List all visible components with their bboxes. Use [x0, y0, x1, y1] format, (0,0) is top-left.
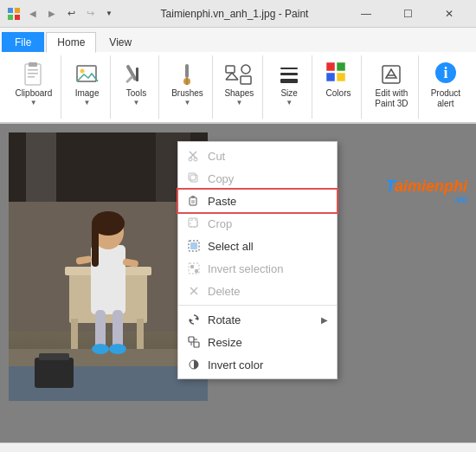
redo-icon[interactable]: ↪: [83, 7, 97, 21]
svg-rect-67: [191, 196, 195, 198]
status-bar: [0, 442, 476, 452]
ribbon-group-clipboard: Clipboard ▼: [7, 55, 61, 119]
edit3d-button[interactable]: Edit with Paint 3D: [370, 59, 413, 111]
image-button[interactable]: Image ▼: [70, 59, 105, 108]
svg-rect-49: [39, 353, 69, 360]
copy-label: Copy: [208, 172, 328, 185]
brushes-arrow: ▼: [184, 99, 191, 107]
svg-rect-53: [92, 223, 99, 267]
svg-rect-0: [8, 8, 13, 13]
context-menu-cut[interactable]: Cut: [178, 145, 337, 167]
svg-rect-28: [326, 73, 335, 81]
down-arrow-icon[interactable]: ▼: [102, 7, 116, 21]
context-menu-invert-selection[interactable]: Invert selection: [178, 257, 337, 280]
delete-label: Delete: [208, 285, 328, 298]
window-title: Taimienphi.vn_anh_1.jpg - Paint: [123, 8, 346, 20]
image-label: Image: [75, 88, 100, 99]
context-menu-resize[interactable]: Resize: [178, 331, 337, 353]
undo-icon[interactable]: ↩: [64, 7, 78, 21]
tab-view[interactable]: View: [98, 32, 143, 52]
clipboard-arrow: ▼: [30, 99, 37, 107]
cut-label: Cut: [208, 150, 328, 163]
maximize-button[interactable]: ☐: [388, 0, 428, 28]
svg-rect-23: [280, 68, 298, 69]
clipboard-button[interactable]: Clipboard ▼: [11, 59, 55, 108]
svg-rect-27: [337, 62, 345, 71]
context-menu-crop[interactable]: Crop: [178, 212, 337, 235]
context-menu-paste[interactable]: Paste: [178, 190, 337, 212]
svg-rect-3: [15, 15, 20, 20]
title-bar-quick-access[interactable]: ◀ ▶ ↩ ↪ ▼: [7, 7, 116, 21]
image-icon: [74, 61, 101, 88]
svg-line-19: [226, 73, 232, 80]
context-menu: Cut Copy Paste: [177, 141, 338, 379]
image-arrow: ▼: [84, 99, 91, 107]
cut-icon: [187, 149, 201, 163]
forward-icon[interactable]: ▶: [45, 7, 59, 21]
rotate-icon: [187, 313, 201, 326]
ribbon-tab-list: File Home View: [0, 28, 476, 52]
resize-label: Resize: [208, 336, 328, 349]
colors-button[interactable]: Colors: [321, 59, 356, 100]
context-menu-rotate[interactable]: Rotate ▶: [178, 308, 337, 331]
svg-rect-54: [95, 310, 106, 349]
back-icon[interactable]: ◀: [26, 7, 40, 21]
watermark-suffix: .vn: [386, 194, 467, 204]
shapes-button[interactable]: Shapes ▼: [221, 59, 257, 108]
context-menu-delete[interactable]: Delete: [178, 280, 337, 302]
alert-button[interactable]: i Product alert: [428, 59, 464, 111]
copy-icon: [187, 171, 201, 185]
svg-rect-8: [28, 76, 35, 78]
context-menu-copy[interactable]: Copy: [178, 167, 337, 190]
colors-icon: [325, 61, 352, 88]
svg-rect-25: [280, 79, 298, 83]
tools-button[interactable]: Tools ▼: [119, 59, 153, 108]
invert-color-icon: [187, 358, 201, 371]
context-menu-invert-color[interactable]: Invert color: [178, 353, 337, 376]
resize-icon: [187, 335, 201, 349]
ribbon-group-brushes: Brushes ▼: [163, 55, 212, 119]
close-button[interactable]: ✕: [429, 0, 469, 28]
invert-color-label: Invert color: [208, 358, 328, 371]
ribbon-group-image: Image ▼: [65, 55, 111, 119]
invert-selection-icon: [187, 262, 201, 275]
svg-rect-12: [136, 68, 138, 81]
invert-selection-label: Invert selection: [208, 262, 328, 275]
ribbon-group-size: Size ▼: [267, 55, 312, 119]
ribbon-group-alert: i Product alert: [422, 55, 469, 119]
ribbon-group-shapes: Shapes ▼: [216, 55, 264, 119]
svg-text:i: i: [443, 64, 447, 81]
tools-label: Tools: [126, 88, 146, 99]
svg-rect-71: [190, 220, 197, 227]
clipboard-icon: [20, 61, 48, 88]
svg-rect-7: [28, 73, 38, 74]
paste-icon: [187, 194, 201, 208]
window-controls[interactable]: — ☐ ✕: [346, 0, 469, 28]
svg-rect-75: [190, 265, 194, 268]
minimize-button[interactable]: —: [346, 0, 386, 28]
tools-icon: [122, 61, 150, 88]
svg-rect-17: [226, 66, 235, 73]
size-button[interactable]: Size ▼: [272, 59, 306, 108]
paste-label: Paste: [208, 195, 328, 208]
ribbon: File Home View Clipboa: [0, 28, 476, 124]
edit3d-label: Edit with Paint 3D: [375, 88, 408, 109]
ribbon-group-tools: Tools ▼: [114, 55, 160, 119]
canvas-area[interactable]: Taimienphi .vn: [0, 124, 476, 442]
tab-home[interactable]: Home: [46, 32, 96, 53]
svg-point-57: [109, 344, 126, 354]
ribbon-group-colors: Colors: [316, 55, 362, 119]
alert-icon: i: [432, 61, 460, 88]
size-label: Size: [280, 88, 297, 99]
brushes-button[interactable]: Brushes ▼: [168, 59, 207, 108]
tab-file[interactable]: File: [2, 32, 44, 52]
alert-label: Product alert: [431, 88, 460, 109]
watermark-text: T: [386, 178, 395, 195]
svg-rect-24: [280, 73, 298, 75]
select-all-label: Select all: [208, 240, 328, 253]
context-menu-select-all[interactable]: Select all: [178, 235, 337, 257]
quick-access-icon[interactable]: [7, 7, 21, 21]
svg-rect-81: [189, 337, 194, 342]
size-arrow: ▼: [286, 99, 293, 107]
svg-rect-82: [194, 342, 199, 347]
